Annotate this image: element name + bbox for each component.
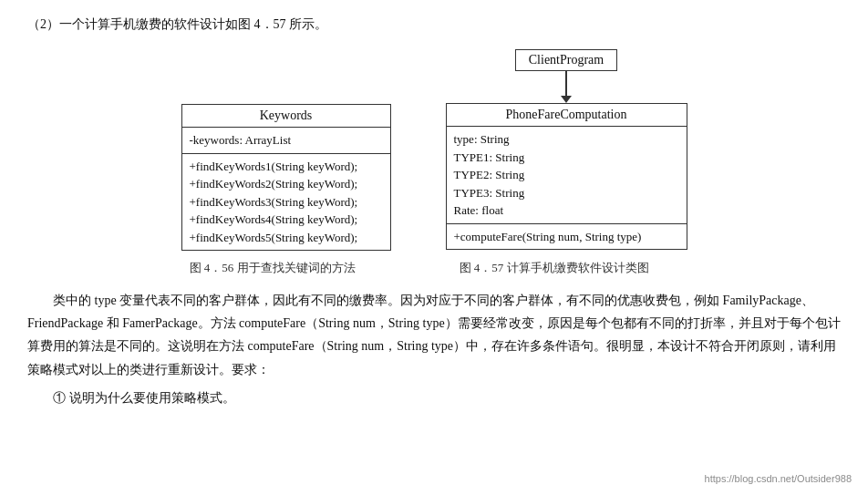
keywords-method-1: +findKeyWords1(String keyWord); [190,158,383,176]
phone-attr-rate: Rate: float [454,201,679,220]
list-item-1: ① 说明为什么要使用策略模式。 [27,387,841,409]
keywords-attributes: -keywords: ArrayList [182,128,390,154]
keywords-method-4: +findKeyWords4(String keyWord); [190,211,383,229]
arrow-down-icon [565,71,567,97]
diagram-area: Keywords -keywords: ArrayList +findKeyWo… [27,49,841,251]
phone-method-1: +computeFare(String num, String type) [454,228,679,246]
phone-attr-type3: TYPE3: String [454,184,679,202]
phone-attributes: type: String TYPE1: String TYPE2: String… [447,127,687,224]
phone-attr-type1: TYPE1: String [454,149,679,167]
caption-row: 图 4．56 用于查找关键词的方法 图 4．57 计算手机缴费软件设计类图 [27,260,841,276]
keywords-method-2: +findKeyWords2(String keyWord); [190,175,383,193]
phone-uml-box: PhoneFareComputation type: String TYPE1:… [446,103,687,250]
keywords-method-5: +findKeyWords5(String keyWord); [190,229,383,247]
intro-text: （2）一个计算手机缴费的软件设计如图 4．57 所示。 [27,16,841,33]
keywords-uml-box: Keywords -keywords: ArrayList +findKeyWo… [181,104,391,251]
caption-left: 图 4．56 用于查找关键词的方法 [168,260,377,276]
phone-attr-type2: TYPE2: String [454,166,679,184]
client-program-box: ClientProgram [515,49,617,71]
caption-right: 图 4．57 计算手机缴费软件设计类图 [460,260,701,276]
right-uml-group: ClientProgram PhoneFareComputation type:… [446,49,687,250]
phone-attr-type: type: String [454,130,679,149]
phone-methods: +computeFare(String num, String type) [447,224,687,250]
keywords-method-3: +findKeyWords3(String keyWord); [190,193,383,211]
keywords-methods: +findKeyWords1(String keyWord); +findKey… [182,154,390,251]
keywords-title: Keywords [182,105,390,128]
phone-title: PhoneFareComputation [447,104,687,127]
body-paragraph-1: 类中的 type 变量代表不同的客户群体，因此有不同的缴费率。因为对应于不同的客… [27,289,841,381]
watermark: https://blog.csdn.net/Outsider988 [705,473,852,484]
